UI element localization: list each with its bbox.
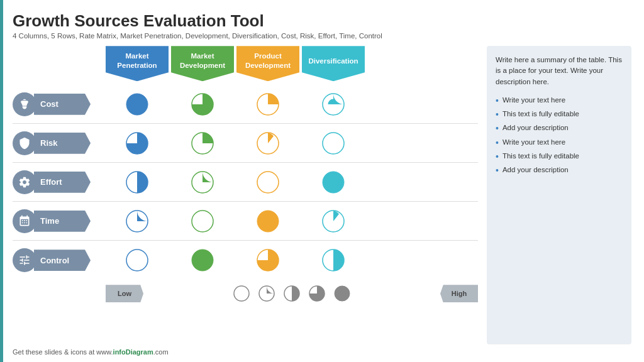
cost-cell-1 [106,92,169,116]
cost-cell-3 [236,92,299,116]
control-label: Control [34,250,91,271]
effort-label: Effort [34,172,91,193]
sidebar-bullets: Write your text here This text is fully … [496,94,623,177]
legend-low: Low [106,285,143,302]
sidebar-bullet-4: Write your text here [496,136,623,150]
legend-circle-3 [308,285,326,302]
control-pie-2 [191,248,214,272]
risk-pie-4 [321,131,345,155]
cost-cell-2 [171,92,234,116]
row-control: Control [13,241,478,280]
sidebar-bullet-5: This text is fully editable [496,150,623,163]
time-pie-3 [256,209,280,233]
col-header-market-development: MarketDevelopment [171,46,234,81]
cost-label: Cost [34,94,91,115]
svg-point-7 [323,133,344,154]
risk-pie-3 [256,131,280,155]
risk-pie-2 [191,131,214,155]
col-header-market-penetration: MarketPenetration [106,46,169,81]
cost-icon-wrap [13,92,36,116]
legend-circle-2 [283,285,301,302]
effort-cell-4 [302,170,365,194]
col-header-product-development: ProductDevelopment [236,46,299,81]
row-risk: Risk [13,124,478,163]
row-time: Time [13,202,478,241]
control-cells [106,248,365,272]
sidebar-bullet-2: This text is fully editable [496,107,623,121]
effort-pie-3 [256,170,280,194]
row-label-effort: Effort [13,170,106,194]
money-bag-icon [18,98,31,111]
legend-circles [148,285,435,302]
time-pie-1 [125,209,149,233]
svg-point-10 [257,172,279,193]
risk-cell-4 [302,131,365,155]
sliders-icon [18,254,31,266]
cost-pie-1 [125,92,149,116]
legend-circle-0 [233,285,250,302]
control-icon-wrap [13,248,36,272]
svg-point-14 [257,211,279,232]
control-pie-3 [256,248,280,272]
row-label-time: Time [13,209,106,233]
page-header: Growth Sources Evaluation Tool 4 Columns… [13,11,631,40]
risk-cell-1 [106,131,169,155]
svg-point-13 [192,211,213,232]
svg-point-16 [126,250,148,271]
control-pie-1 [125,248,149,272]
page-container: Growth Sources Evaluation Tool 4 Columns… [0,0,644,362]
effort-icon-wrap [13,170,36,194]
sidebar: Write here a summary of the table. This … [487,46,631,344]
legend-row: Low [106,285,478,302]
cost-pie-4 [321,92,345,116]
svg-point-11 [323,172,344,193]
column-headers: MarketPenetration MarketDevelopment Prod… [106,46,478,81]
time-cells [106,209,365,233]
sidebar-bullet-6: Add your description [496,163,623,177]
matrix-rows: Cost [13,85,478,280]
time-cell-3 [236,209,299,233]
cost-pie-3 [256,92,280,116]
effort-cells [106,170,365,194]
effort-pie-1 [125,170,149,194]
time-pie-2 [191,209,214,233]
page-title: Growth Sources Evaluation Tool [13,11,631,31]
risk-cells [106,131,365,155]
svg-point-24 [335,286,350,301]
gear-icon [18,176,31,189]
row-label-risk: Risk [13,131,106,155]
col-header-diversification: Diversification [302,46,365,81]
control-cell-2 [171,248,234,272]
legend-circle-1 [258,285,275,302]
effort-pie-4 [321,170,345,194]
row-effort: Effort [13,163,478,202]
calendar-icon [18,215,31,228]
control-cell-1 [106,248,169,272]
risk-icon-wrap [13,131,36,155]
shield-icon [18,137,31,150]
matrix-section: MarketPenetration MarketDevelopment Prod… [13,46,478,344]
content-area: MarketPenetration MarketDevelopment Prod… [13,46,631,344]
control-cell-4 [302,248,365,272]
control-cell-3 [236,248,299,272]
svg-point-17 [192,250,213,271]
left-accent-bar [0,0,3,362]
time-cell-2 [171,209,234,233]
sidebar-bullet-3: Add your description [496,121,623,135]
sidebar-description: Write here a summary of the table. This … [496,55,623,87]
time-cell-4 [302,209,365,233]
time-cell-1 [106,209,169,233]
risk-pie-1 [125,131,149,155]
sidebar-bullet-1: Write your text here [496,94,623,107]
footer: Get these slides & icons at www.infoDiag… [13,348,631,356]
effort-cell-3 [236,170,299,194]
svg-point-20 [234,286,249,301]
cost-cell-4 [302,92,365,116]
risk-cell-2 [171,131,234,155]
time-pie-4 [321,209,345,233]
time-icon-wrap [13,209,36,233]
effort-cell-1 [106,170,169,194]
svg-point-0 [126,94,148,115]
effort-pie-2 [191,170,214,194]
legend-circle-4 [333,285,351,302]
